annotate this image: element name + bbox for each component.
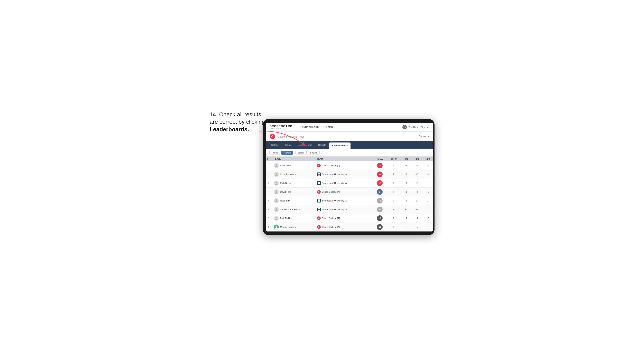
logo-title: SCOREBOARD — [270, 125, 292, 128]
tab-details[interactable]: Details — [268, 141, 282, 149]
sign-out-link[interactable]: Sign out — [421, 126, 429, 128]
cell-thru: F — [387, 196, 400, 205]
cell-rd3: -4 — [422, 170, 433, 179]
col-player: PLAYER — [272, 157, 316, 161]
cell-rd1: +5 — [400, 205, 411, 214]
cell-rank: 4 — [266, 187, 272, 196]
instruction-line1: Check all results — [219, 111, 261, 118]
table-row: 2Chris RobertsonScoreboard University [A… — [266, 170, 433, 179]
tab-results[interactable]: Results — [315, 141, 329, 149]
cell-player: Rich Butler — [272, 179, 316, 187]
table-row: 6Cameron RobertsonScoreboard University … — [266, 205, 433, 214]
top-navigation: SCOREBOARD Powered by clippd TOURNAMENTS… — [266, 123, 433, 132]
cell-total: +9 — [372, 214, 387, 223]
cell-team: CClippd College [A] — [315, 223, 364, 231]
cell-player: David Ford — [272, 187, 316, 196]
filter-strokes[interactable]: Strokes — [308, 151, 320, 155]
cell-rd1: +1 — [400, 187, 411, 196]
cell-thru: F — [387, 161, 400, 170]
cell-rd1: -5 — [400, 170, 411, 179]
tab-course-setup[interactable]: Course Setup — [295, 141, 315, 149]
filter-scores[interactable]: Scores — [295, 151, 306, 155]
tab-leaderboards[interactable]: Leaderboards — [329, 143, 350, 149]
cell-rd2: +2 — [412, 205, 422, 214]
svg-point-7 — [276, 217, 277, 218]
cell-total: -4 — [372, 170, 387, 179]
cell-total: +11 — [372, 223, 387, 231]
cell-team: CClippd College [A] — [315, 187, 364, 196]
cell-thru: F — [387, 214, 400, 223]
instruction-bold: Leaderboards. — [210, 126, 249, 133]
cell-rank: 1 — [266, 161, 272, 170]
cell-thru: F — [387, 170, 400, 179]
col-rank: # — [266, 157, 272, 161]
tournament-header: C Clippd Invitational (Men) Cancel ✕ — [266, 132, 433, 141]
col-rd2: RD2 — [412, 157, 422, 161]
col-thru: THRU — [387, 157, 400, 161]
cell-spacer — [364, 214, 372, 223]
cell-thru: F — [387, 187, 400, 196]
tablet-frame: SCOREBOARD Powered by clippd TOURNAMENTS… — [263, 119, 434, 235]
tablet-screen: SCOREBOARD Powered by clippd TOURNAMENTS… — [266, 123, 433, 231]
nav-teams[interactable]: TEAMS — [322, 123, 336, 132]
table-row: 5Rees BrittScoreboard University [A]+1F+… — [266, 196, 433, 205]
filter-bar: Teams Players Scores Strokes — [266, 149, 433, 157]
cell-team: CClippd College [A] — [315, 214, 364, 223]
logo-subtitle: Powered by clippd — [270, 128, 292, 129]
cell-rd2: +7 — [412, 223, 422, 231]
cell-rd3: -5 — [422, 161, 433, 170]
cell-rd3: -1 — [422, 179, 433, 187]
cell-team: CClippd College [A] — [315, 161, 364, 170]
cell-player: Chris Robertson — [272, 170, 316, 179]
cell-rank: 2 — [266, 170, 272, 179]
col-team: TEAM — [315, 157, 364, 161]
cell-rd2: -2 — [412, 179, 422, 187]
cell-spacer — [364, 161, 372, 170]
cell-spacer — [364, 205, 372, 214]
cell-spacer — [364, 223, 372, 231]
svg-point-5 — [276, 199, 277, 201]
svg-point-3 — [276, 182, 277, 183]
nav-links: TOURNAMENTS TEAMS — [297, 123, 402, 132]
cell-total: +6 — [372, 205, 387, 214]
cell-player: Blair McHarg — [272, 214, 316, 223]
leaderboard-table: # PLAYER TEAM TOTAL THRU RD1 RD2 RD3 1El… — [266, 157, 433, 231]
cell-team: Scoreboard University [A] — [315, 205, 364, 214]
cell-total: +1 — [372, 196, 387, 205]
instruction-step: 14. — [210, 111, 218, 118]
cell-rd2: E — [412, 196, 422, 205]
svg-point-1 — [276, 164, 277, 166]
svg-point-6 — [276, 208, 277, 210]
table-row: 4David FordCClippd College [A]EF+1-4+3 — [266, 187, 433, 196]
cell-spacer — [364, 196, 372, 205]
cell-team: Scoreboard University [A] — [315, 179, 364, 187]
cell-rd3: -1 — [422, 205, 433, 214]
page-wrapper: 14. Check all results are correct by cli… — [210, 111, 434, 235]
cell-player: Marcus Turners — [272, 223, 316, 231]
table-row: 7Blair McHargCClippd College [A]+9F+2+1+… — [266, 214, 433, 223]
svg-point-4 — [276, 190, 277, 192]
cell-rank: 7 — [266, 214, 272, 223]
sub-navigation: Details Teams Course Setup Results Leade… — [266, 141, 433, 149]
nav-user-area: TU Test User | Sign out — [402, 125, 429, 129]
cell-player: Cameron Robertson — [272, 205, 316, 214]
cell-player: Rees Britt — [272, 196, 316, 205]
user-avatar: TU — [402, 125, 407, 129]
cell-rd2: +5 — [412, 170, 422, 179]
filter-teams[interactable]: Teams — [269, 151, 280, 155]
cell-spacer — [364, 170, 372, 179]
table-row: 3Rich ButlerScoreboard University [A]-2F… — [266, 179, 433, 187]
instruction-line2: are correct by clicking — [210, 119, 265, 125]
cell-rd2: -6 — [412, 161, 422, 170]
cell-rd3: +6 — [422, 214, 433, 223]
tab-teams[interactable]: Teams — [282, 141, 294, 149]
cell-rd2: +1 — [412, 214, 422, 223]
cell-rd1: +3 — [400, 161, 411, 170]
cell-total: -8 — [372, 161, 387, 170]
cell-rank: 8 — [266, 223, 272, 231]
nav-tournaments[interactable]: TOURNAMENTS — [297, 123, 322, 132]
cancel-button[interactable]: Cancel ✕ — [418, 135, 429, 138]
cell-thru: F — [387, 205, 400, 214]
filter-players[interactable]: Players — [281, 151, 293, 155]
svg-point-2 — [276, 173, 277, 174]
